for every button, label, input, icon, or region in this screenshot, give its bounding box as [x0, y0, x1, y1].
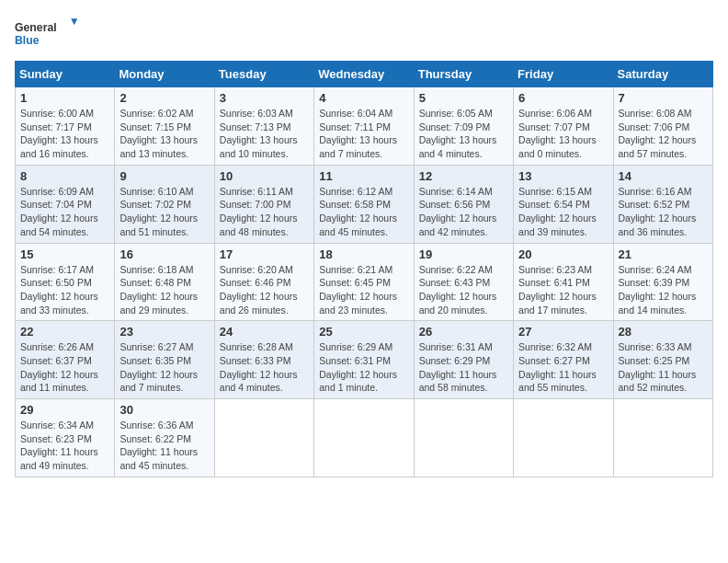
daylight-text: Daylight: 12 hours and 45 minutes.	[319, 212, 408, 238]
sunrise-text: Sunrise: 6:06 AM	[518, 107, 608, 121]
svg-text:Blue: Blue	[15, 34, 40, 47]
sunrise-text: Sunrise: 6:04 AM	[319, 107, 408, 121]
day-info: Sunrise: 6:27 AM Sunset: 6:35 PM Dayligh…	[119, 340, 209, 395]
sunset-text: Sunset: 7:09 PM	[419, 121, 508, 134]
day-cell-2: 2 Sunrise: 6:02 AM Sunset: 7:15 PM Dayli…	[115, 87, 214, 166]
daylight-text: Daylight: 13 hours and 13 minutes.	[119, 133, 209, 160]
day-info: Sunrise: 6:28 AM Sunset: 6:33 PM Dayligh…	[220, 340, 309, 395]
daylight-text: Daylight: 13 hours and 0 minutes.	[518, 133, 608, 160]
sunset-text: Sunset: 7:13 PM	[220, 121, 309, 134]
day-cell-19: 19 Sunrise: 6:22 AM Sunset: 6:43 PM Dayl…	[414, 243, 513, 321]
day-number: 27	[518, 325, 608, 339]
header-sunday: Sunday	[16, 62, 115, 87]
sunset-text: Sunset: 7:15 PM	[119, 121, 209, 134]
sunset-text: Sunset: 6:54 PM	[518, 198, 608, 212]
day-cell-26: 26 Sunrise: 6:31 AM Sunset: 6:29 PM Dayl…	[414, 321, 513, 399]
daylight-text: Daylight: 12 hours and 33 minutes.	[20, 290, 109, 316]
day-info: Sunrise: 6:24 AM Sunset: 6:39 PM Dayligh…	[619, 263, 708, 317]
calendar-table: SundayMondayTuesdayWednesdayThursdayFrid…	[15, 61, 713, 477]
sunset-text: Sunset: 7:02 PM	[119, 198, 209, 212]
daylight-text: Daylight: 12 hours and 17 minutes.	[518, 290, 608, 316]
sunset-text: Sunset: 7:04 PM	[20, 198, 109, 212]
sunrise-text: Sunrise: 6:32 AM	[518, 340, 608, 354]
day-number: 20	[518, 247, 608, 261]
sunrise-text: Sunrise: 6:05 AM	[419, 107, 508, 121]
day-cell-25: 25 Sunrise: 6:29 AM Sunset: 6:31 PM Dayl…	[314, 321, 414, 399]
day-number: 14	[619, 169, 708, 183]
daylight-text: Daylight: 12 hours and 23 minutes.	[319, 290, 408, 316]
sunrise-text: Sunrise: 6:21 AM	[319, 263, 408, 277]
daylight-text: Daylight: 12 hours and 20 minutes.	[419, 290, 508, 316]
header-thursday: Thursday	[414, 62, 513, 87]
day-number: 3	[220, 91, 309, 105]
daylight-text: Daylight: 12 hours and 4 minutes.	[220, 368, 309, 395]
sunset-text: Sunset: 6:43 PM	[419, 276, 508, 290]
sunrise-text: Sunrise: 6:29 AM	[319, 340, 408, 354]
day-info: Sunrise: 6:10 AM Sunset: 7:02 PM Dayligh…	[119, 185, 209, 239]
calendar-header-row: SundayMondayTuesdayWednesdayThursdayFrid…	[16, 62, 713, 87]
daylight-text: Daylight: 12 hours and 42 minutes.	[419, 212, 508, 238]
day-number: 15	[20, 247, 109, 261]
empty-cell	[214, 399, 313, 477]
day-number: 22	[20, 325, 109, 339]
day-number: 8	[20, 169, 109, 183]
week-row-1: 1 Sunrise: 6:00 AM Sunset: 7:17 PM Dayli…	[16, 87, 713, 166]
day-cell-9: 9 Sunrise: 6:10 AM Sunset: 7:02 PM Dayli…	[115, 165, 214, 243]
day-number: 7	[619, 91, 708, 105]
sunrise-text: Sunrise: 6:31 AM	[419, 340, 508, 354]
day-info: Sunrise: 6:09 AM Sunset: 7:04 PM Dayligh…	[20, 185, 109, 239]
day-cell-17: 17 Sunrise: 6:20 AM Sunset: 6:46 PM Dayl…	[214, 243, 313, 321]
day-info: Sunrise: 6:12 AM Sunset: 6:58 PM Dayligh…	[319, 185, 408, 239]
sunset-text: Sunset: 6:48 PM	[119, 276, 209, 290]
day-info: Sunrise: 6:18 AM Sunset: 6:48 PM Dayligh…	[119, 263, 209, 317]
day-number: 25	[319, 325, 408, 339]
sunset-text: Sunset: 6:27 PM	[518, 354, 608, 368]
week-row-4: 22 Sunrise: 6:26 AM Sunset: 6:37 PM Dayl…	[16, 321, 713, 399]
daylight-text: Daylight: 12 hours and 7 minutes.	[119, 368, 209, 395]
sunset-text: Sunset: 6:46 PM	[220, 276, 309, 290]
day-number: 18	[319, 247, 408, 261]
day-cell-18: 18 Sunrise: 6:21 AM Sunset: 6:45 PM Dayl…	[314, 243, 414, 321]
day-cell-27: 27 Sunrise: 6:32 AM Sunset: 6:27 PM Dayl…	[514, 321, 613, 399]
sunset-text: Sunset: 6:50 PM	[20, 276, 109, 290]
sunset-text: Sunset: 6:35 PM	[119, 354, 209, 368]
sunset-text: Sunset: 6:58 PM	[319, 198, 408, 212]
daylight-text: Daylight: 12 hours and 54 minutes.	[20, 212, 109, 238]
sunset-text: Sunset: 7:07 PM	[518, 121, 608, 134]
sunset-text: Sunset: 6:52 PM	[619, 198, 708, 212]
day-number: 24	[220, 325, 309, 339]
sunrise-text: Sunrise: 6:23 AM	[518, 263, 608, 277]
day-info: Sunrise: 6:21 AM Sunset: 6:45 PM Dayligh…	[319, 263, 408, 317]
day-cell-14: 14 Sunrise: 6:16 AM Sunset: 6:52 PM Dayl…	[613, 165, 712, 243]
header-friday: Friday	[514, 62, 613, 87]
day-cell-21: 21 Sunrise: 6:24 AM Sunset: 6:39 PM Dayl…	[613, 243, 712, 321]
daylight-text: Daylight: 12 hours and 36 minutes.	[619, 212, 708, 238]
empty-cell	[414, 399, 513, 477]
daylight-text: Daylight: 12 hours and 11 minutes.	[20, 368, 109, 395]
day-number: 5	[419, 91, 508, 105]
daylight-text: Daylight: 13 hours and 10 minutes.	[220, 133, 309, 160]
day-cell-23: 23 Sunrise: 6:27 AM Sunset: 6:35 PM Dayl…	[115, 321, 214, 399]
day-info: Sunrise: 6:06 AM Sunset: 7:07 PM Dayligh…	[518, 107, 608, 161]
day-cell-24: 24 Sunrise: 6:28 AM Sunset: 6:33 PM Dayl…	[214, 321, 313, 399]
svg-marker-2	[71, 18, 77, 25]
day-info: Sunrise: 6:29 AM Sunset: 6:31 PM Dayligh…	[319, 340, 408, 395]
day-number: 17	[220, 247, 309, 261]
day-number: 30	[119, 403, 209, 417]
sunrise-text: Sunrise: 6:11 AM	[220, 185, 309, 199]
sunrise-text: Sunrise: 6:00 AM	[20, 107, 109, 121]
daylight-text: Daylight: 11 hours and 55 minutes.	[518, 368, 608, 395]
sunrise-text: Sunrise: 6:17 AM	[20, 263, 109, 277]
sunrise-text: Sunrise: 6:12 AM	[319, 185, 408, 199]
daylight-text: Daylight: 12 hours and 48 minutes.	[220, 212, 309, 238]
day-info: Sunrise: 6:31 AM Sunset: 6:29 PM Dayligh…	[419, 340, 508, 395]
day-number: 23	[119, 325, 209, 339]
day-cell-30: 30 Sunrise: 6:36 AM Sunset: 6:22 PM Dayl…	[115, 399, 214, 477]
day-cell-22: 22 Sunrise: 6:26 AM Sunset: 6:37 PM Dayl…	[16, 321, 115, 399]
sunset-text: Sunset: 6:41 PM	[518, 276, 608, 290]
sunrise-text: Sunrise: 6:34 AM	[20, 419, 109, 432]
daylight-text: Daylight: 12 hours and 39 minutes.	[518, 212, 608, 238]
day-info: Sunrise: 6:05 AM Sunset: 7:09 PM Dayligh…	[419, 107, 508, 161]
day-cell-6: 6 Sunrise: 6:06 AM Sunset: 7:07 PM Dayli…	[514, 87, 613, 166]
day-info: Sunrise: 6:36 AM Sunset: 6:22 PM Dayligh…	[119, 419, 209, 473]
